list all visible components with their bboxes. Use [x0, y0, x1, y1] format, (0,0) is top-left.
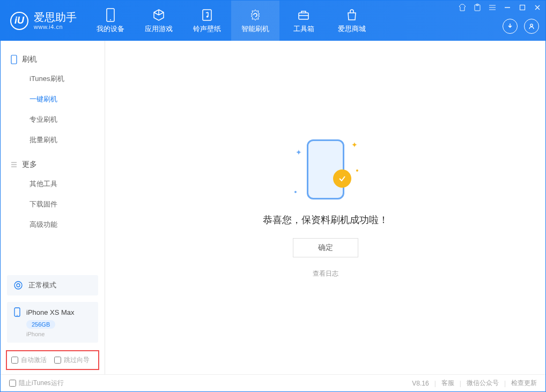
- download-button[interactable]: [503, 19, 518, 34]
- toolbox-icon: [297, 8, 311, 22]
- mode-label: 正常模式: [28, 280, 56, 290]
- bag-icon: [345, 8, 359, 22]
- sidebar-item-pro-flash[interactable]: 专业刷机: [1, 109, 105, 130]
- main-content: ✦✦•• 恭喜您，保资料刷机成功啦！ 确定 查看日志: [105, 41, 545, 374]
- mode-card[interactable]: 正常模式: [7, 275, 98, 295]
- app-logo: iU 爱思助手 www.i4.cn: [1, 1, 86, 41]
- sidebar-group-more[interactable]: 更多: [1, 156, 105, 174]
- success-message: 恭喜您，保资料刷机成功啦！: [263, 213, 388, 226]
- music-icon: [200, 8, 214, 22]
- svg-point-8: [530, 24, 533, 26]
- refresh-icon: [248, 8, 262, 22]
- checkbox-input[interactable]: [11, 357, 18, 364]
- window-controls: [458, 3, 542, 12]
- app-subtitle: www.i4.cn: [34, 24, 77, 31]
- footer-link-update[interactable]: 检查更新: [511, 379, 537, 388]
- svg-rect-2: [203, 10, 211, 20]
- tab-label: 爱思商城: [338, 24, 366, 34]
- sidebar-item-advanced[interactable]: 高级功能: [1, 215, 105, 235]
- tab-label: 工具箱: [293, 24, 314, 34]
- device-card[interactable]: iPhone XS Max 256GB iPhone: [7, 302, 98, 343]
- svg-point-10: [14, 282, 22, 289]
- svg-rect-4: [299, 13, 308, 19]
- device-name: iPhone XS Max: [26, 308, 75, 316]
- checkbox-label: 阻止iTunes运行: [19, 379, 64, 388]
- header-bar: iU 爱思助手 www.i4.cn 我的设备 应用游戏 铃声壁纸 智能刷机: [1, 1, 545, 41]
- device-type: iPhone: [26, 331, 92, 337]
- check-icon: [333, 169, 351, 188]
- tab-my-device[interactable]: 我的设备: [86, 1, 135, 41]
- checkbox-label: 自动激活: [21, 356, 47, 365]
- sidebar-item-batch-flash[interactable]: 批量刷机: [1, 130, 105, 150]
- version-label: V8.16: [412, 380, 429, 387]
- status-bar: 阻止iTunes运行 V8.16 | 客服 | 微信公众号 | 检查更新: [1, 374, 545, 391]
- tab-apps-games[interactable]: 应用游戏: [135, 1, 183, 41]
- tab-flash[interactable]: 智能刷机: [231, 1, 279, 41]
- tab-label: 应用游戏: [145, 24, 173, 34]
- checkbox-input[interactable]: [9, 380, 16, 387]
- menu-icon[interactable]: [488, 3, 497, 12]
- sidebar-group-flash[interactable]: 刷机: [1, 50, 105, 69]
- footer-link-wechat[interactable]: 微信公众号: [467, 379, 499, 388]
- logo-icon: iU: [10, 12, 28, 30]
- checkbox-block-itunes[interactable]: 阻止iTunes运行: [9, 379, 64, 388]
- footer-link-support[interactable]: 客服: [441, 379, 454, 388]
- tab-shop[interactable]: 爱思商城: [328, 1, 376, 41]
- view-log-link[interactable]: 查看日志: [313, 269, 338, 278]
- sidebar-item-oneclick-flash[interactable]: 一键刷机: [1, 89, 105, 109]
- tab-label: 智能刷机: [241, 24, 269, 34]
- tab-label: 铃声壁纸: [193, 24, 221, 34]
- checkbox-auto-activate[interactable]: 自动激活: [11, 356, 47, 365]
- tab-toolbox[interactable]: 工具箱: [279, 1, 328, 41]
- tab-ringtones-wallpapers[interactable]: 铃声壁纸: [183, 1, 231, 41]
- success-illustration: ✦✦••: [303, 137, 348, 202]
- sidebar: 刷机 iTunes刷机 一键刷机 专业刷机 批量刷机 更多 其他工具 下载固件 …: [1, 41, 105, 374]
- account-button[interactable]: [524, 19, 539, 34]
- tshirt-icon[interactable]: [458, 3, 467, 12]
- clipboard-icon[interactable]: [473, 3, 482, 12]
- sidebar-group-title: 更多: [22, 160, 37, 169]
- ok-button[interactable]: 确定: [293, 238, 358, 257]
- close-button[interactable]: [533, 3, 542, 12]
- sidebar-item-other-tools[interactable]: 其他工具: [1, 174, 105, 194]
- device-icon: [104, 8, 117, 22]
- svg-point-3: [206, 16, 209, 18]
- checkbox-label: 跳过向导: [64, 356, 90, 365]
- sidebar-item-itunes-flash[interactable]: iTunes刷机: [1, 69, 105, 89]
- sidebar-item-download-firmware[interactable]: 下载固件: [1, 194, 105, 215]
- svg-rect-7: [520, 5, 525, 10]
- options-highlight-box: 自动激活 跳过向导: [6, 350, 99, 370]
- device-storage: 256GB: [26, 320, 55, 329]
- svg-point-1: [110, 19, 111, 20]
- checkbox-skip-guide[interactable]: 跳过向导: [54, 356, 90, 365]
- svg-rect-9: [11, 55, 17, 64]
- cube-icon: [152, 8, 166, 22]
- phone-icon: [10, 55, 18, 64]
- nav-tabs: 我的设备 应用游戏 铃声壁纸 智能刷机 工具箱 爱思商城: [86, 1, 376, 41]
- sync-icon: [13, 280, 23, 290]
- list-icon: [10, 161, 18, 168]
- app-title: 爱思助手: [34, 11, 77, 24]
- maximize-button[interactable]: [518, 3, 527, 12]
- svg-point-12: [17, 315, 18, 316]
- sidebar-group-title: 刷机: [22, 55, 37, 64]
- minimize-button[interactable]: [503, 3, 512, 12]
- phone-icon: [13, 307, 21, 317]
- checkbox-input[interactable]: [54, 357, 61, 364]
- tab-label: 我的设备: [97, 24, 124, 34]
